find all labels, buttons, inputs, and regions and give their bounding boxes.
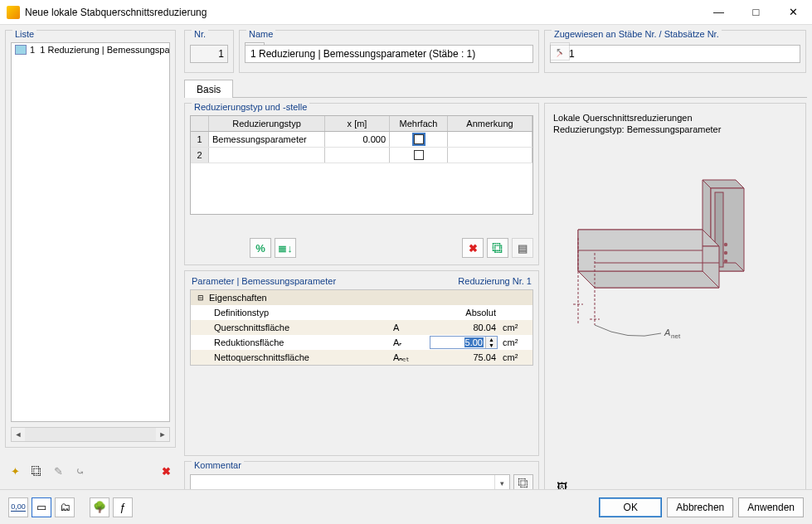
svg-text:A: A (664, 328, 670, 337)
app-icon (7, 6, 20, 19)
name-label: Name (246, 29, 275, 39)
work-area: Liste 1 1 Reduzierung | Bemessungspa ◄ ►… (0, 25, 812, 489)
list-item[interactable]: 1 1 Reduzierung | Bemessungspa (12, 43, 169, 56)
new-item-button[interactable]: ✦ (5, 461, 25, 481)
dialog-footer: 0,00 ▭ 🗂 🌳 ƒ OK Abbrechen Anwenden (0, 489, 812, 524)
cancel-button[interactable]: Abbrechen (667, 497, 733, 517)
assigned-input[interactable] (567, 47, 796, 61)
name-field[interactable] (245, 45, 533, 63)
param-tree[interactable]: ⊟ Eigenschaften Definitionstyp Absolut Q… (190, 289, 533, 366)
window-title: Neue lokale Stabquerschnittsreduzierung (25, 7, 700, 18)
svg-text:net: net (671, 332, 681, 340)
scroll-left-icon[interactable]: ◄ (12, 428, 25, 441)
view-b-button[interactable]: 🗂 (55, 497, 75, 517)
svg-point-12 (724, 243, 727, 246)
view-a-button[interactable]: ▭ (32, 497, 51, 517)
assigned-pick-button[interactable]: ↖ (550, 42, 570, 61)
tool-b-button[interactable]: ⤿ (70, 461, 90, 481)
preview-3d-icon: A net (545, 155, 807, 404)
redtyp-grid[interactable]: Reduzierungstyp x [m] Mehrfach Anmerkung… (190, 115, 533, 215)
grid-copy-button[interactable]: ⿻ (487, 238, 508, 258)
tool-a-button[interactable]: ✎ (48, 461, 68, 481)
param-category[interactable]: ⊟ Eigenschaften (191, 290, 532, 305)
grid-toolbar: % ≣↓ ✖ ⿻ ▤ (190, 236, 533, 260)
cell-an[interactable] (448, 132, 532, 147)
liste-label: Liste (12, 29, 36, 39)
grid-row[interactable]: 2 (191, 148, 532, 163)
scroll-right-icon[interactable]: ► (156, 428, 169, 441)
group-assigned: Zugewiesen an Stäbe Nr. / Stabsätze Nr. … (544, 30, 806, 73)
liste-box[interactable]: 1 1 Reduzierung | Bemessungspa (11, 42, 170, 422)
param-row[interactable]: Querschnittsfläche A 80.04 cm² (191, 320, 532, 335)
tab-strip: Basis (184, 78, 807, 98)
param-row[interactable]: Nettoquerschnittsfläche Aₙₑₜ 75.04 cm² (191, 350, 532, 365)
redtyp-label: Reduzierungstyp und -stelle (192, 102, 309, 112)
spin-down-icon[interactable]: ▼ (486, 342, 497, 348)
nr-label: Nr. (192, 29, 208, 39)
group-param: Parameter | Bemessungsparameter Reduzier… (184, 270, 539, 456)
close-button[interactable]: ✕ (775, 0, 812, 24)
assigned-field[interactable]: ↗ (550, 45, 800, 63)
grid-delete-button[interactable]: ✖ (462, 238, 484, 258)
grid-more-button[interactable]: ▤ (512, 238, 533, 258)
param-label: Parameter | Bemessungsparameter (192, 276, 336, 286)
svg-marker-8 (578, 271, 719, 288)
col-an[interactable]: Anmerkung (448, 116, 532, 131)
cell-typ[interactable]: Bemessungsparameter (209, 132, 325, 147)
spinner[interactable]: ▲▼ (485, 337, 497, 348)
collapse-icon[interactable]: ⊟ (196, 294, 206, 302)
grid-row[interactable]: 1 Bemessungsparameter 0.000 (191, 132, 532, 148)
nr-field: 1 (190, 45, 228, 63)
param-edit-value[interactable]: 5.00 (464, 337, 484, 347)
scroll-track[interactable] (25, 428, 156, 441)
tool-c-button[interactable]: 🌳 (90, 497, 109, 517)
list-item-num: 1 (40, 45, 45, 55)
list-hscroll[interactable]: ◄ ► (11, 427, 170, 442)
rednr-label: Reduzierung Nr. 1 (458, 276, 532, 286)
cell-x[interactable]: 0.000 (325, 132, 390, 147)
checkbox-icon[interactable] (414, 134, 424, 144)
maximize-button[interactable]: □ (737, 0, 775, 24)
apply-button[interactable]: Anwenden (738, 497, 804, 517)
sort-button[interactable]: ≣↓ (275, 238, 296, 258)
list-item-id: 1 (30, 45, 35, 55)
preview-line1: Lokale Querschnittsreduzierungen (553, 112, 797, 124)
list-item-label: Reduzierung | Bemessungspa (47, 45, 169, 55)
assigned-label: Zugewiesen an Stäbe Nr. / Stabsätze Nr. (552, 29, 722, 39)
col-x[interactable]: x [m] (325, 116, 390, 131)
ok-button[interactable]: OK (599, 497, 662, 517)
group-redtyp: Reduzierungstyp und -stelle Reduzierungs… (184, 103, 539, 265)
title-bar: Neue lokale Stabquerschnittsreduzierung … (0, 0, 812, 25)
delete-item-button[interactable]: ✖ (156, 461, 176, 481)
param-edit-field[interactable]: 5.00 ▲▼ (430, 336, 498, 349)
col-mf[interactable]: Mehrfach (390, 116, 448, 131)
group-nr: Nr. 1 (184, 30, 234, 73)
copy-item-button[interactable]: ⿻ (27, 461, 46, 481)
kommentar-label: Kommentar (192, 460, 244, 470)
col-typ[interactable]: Reduzierungstyp (209, 116, 325, 131)
svg-point-14 (724, 260, 727, 263)
group-liste: Liste 1 1 Reduzierung | Bemessungspa ◄ ► (5, 30, 176, 448)
units-button[interactable]: 0,00 (8, 497, 28, 517)
param-row[interactable]: Definitionstyp Absolut (191, 305, 532, 320)
svg-point-13 (724, 251, 727, 255)
param-row[interactable]: Reduktionsfläche Aᵣ 5.00 ▲▼ cm² (191, 335, 532, 350)
tool-d-button[interactable]: ƒ (113, 497, 133, 517)
liste-toolbar: ✦ ⿻ ✎ ⤿ ✖ (5, 459, 176, 483)
minimize-button[interactable]: — (700, 0, 737, 24)
percent-button[interactable]: % (250, 238, 271, 258)
preview-line2: Reduzierungstyp: Bemessungsparameter (553, 124, 797, 135)
list-color-icon (15, 45, 27, 55)
preview-panel: Lokale Querschnittsreduzierungen Reduzie… (544, 103, 806, 504)
spin-up-icon[interactable]: ▲ (486, 337, 497, 342)
checkbox-icon[interactable] (414, 150, 424, 160)
tab-basis[interactable]: Basis (184, 80, 233, 98)
group-name: Name ✎ (239, 30, 539, 73)
kommentar-input[interactable] (191, 478, 494, 489)
name-input[interactable] (249, 47, 529, 61)
cell-mf[interactable] (390, 132, 448, 147)
nr-value: 1 (218, 48, 224, 60)
